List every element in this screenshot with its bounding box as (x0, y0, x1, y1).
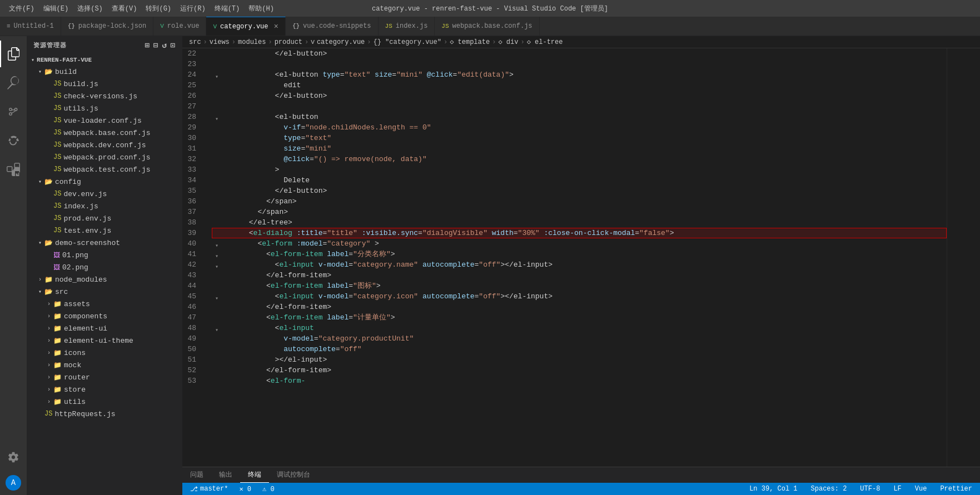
sidebar-item-webpack-prod-conf-js[interactable]: JSwebpack.prod.conf.js (27, 151, 182, 163)
sidebar-item-assets[interactable]: 📁assets (27, 298, 182, 310)
activity-source-control[interactable] (0, 98, 27, 125)
sidebar-item-utils-js[interactable]: JSutils.js (27, 102, 182, 114)
fold-arrow[interactable] (44, 313, 53, 319)
tab-category-close[interactable]: × (274, 23, 278, 31)
menu-file[interactable]: 文件(F) (4, 4, 39, 13)
root-folder[interactable]: ▾ RENREN-FAST-VUE (27, 54, 182, 66)
sidebar-item-src[interactable]: 📂src (27, 286, 182, 298)
collapse-all-icon[interactable]: ⊡ (171, 41, 176, 50)
sidebar-item-webpack-base-conf-js[interactable]: JSwebpack.base.conf.js (27, 127, 182, 139)
sidebar-item-config[interactable]: 📂config (27, 176, 182, 188)
sidebar-item-dev-env-js[interactable]: JSdev.env.js (27, 188, 182, 200)
status-language[interactable]: Vue (912, 483, 931, 495)
fold-arrow[interactable] (36, 277, 44, 283)
panel-tab-output[interactable]: 输出 (211, 467, 240, 483)
tab-vue-snippets[interactable]: {} vue.code-snippets (286, 17, 379, 36)
sidebar-item-check-versions-js[interactable]: JScheck-versions.js (27, 90, 182, 102)
status-formatter[interactable]: Prettier (937, 483, 976, 495)
status-errors[interactable]: ✕ 0 (236, 483, 255, 495)
sidebar-item-webpack-test-conf-js[interactable]: JSwebpack.test.conf.js (27, 163, 182, 176)
status-encoding[interactable]: UTF-8 (857, 483, 883, 495)
sidebar-item-store[interactable]: 📁store (27, 383, 182, 396)
code-area[interactable]: </el-button>▾ <el-button type="text" siz… (207, 48, 947, 467)
code-line-33[interactable]: > (212, 164, 947, 175)
code-line-40[interactable]: ▾ <el-form :model="category" > (212, 238, 947, 249)
sidebar-item-webpack-dev-conf-js[interactable]: JSwebpack.dev.conf.js (27, 139, 182, 151)
sidebar-item-element-ui[interactable]: 📁element-ui (27, 322, 182, 334)
fold-arrow[interactable] (44, 301, 53, 307)
sidebar-item-element-ui-theme[interactable]: 📁element-ui-theme (27, 334, 182, 347)
code-line-43[interactable]: </el-form-item> (212, 270, 947, 281)
sidebar-item-vue-loader-conf-js[interactable]: JSvue-loader.conf.js (27, 114, 182, 127)
code-line-36[interactable]: </span> (212, 196, 947, 207)
code-line-47[interactable]: <el-form-item label="计量单位"> (212, 312, 947, 323)
fold-arrow[interactable] (44, 387, 53, 393)
code-line-32[interactable]: @click="() => remove(node, data)" (212, 154, 947, 164)
code-line-29[interactable]: v-if="node.childNodes.length == 0" (212, 122, 947, 133)
code-line-39[interactable]: <el-dialog :title="title" :visible.sync=… (212, 228, 947, 238)
new-file-icon[interactable]: ⊞ (145, 41, 150, 50)
code-line-30[interactable]: type="text" (212, 133, 947, 143)
tab-category[interactable]: V category.vue × (206, 17, 285, 36)
code-line-34[interactable]: Delete (212, 175, 947, 186)
new-folder-icon[interactable]: ⊟ (153, 41, 158, 50)
tab-webpack-base[interactable]: JS webpack.base.conf.js (435, 17, 539, 36)
code-line-24[interactable]: ▾ <el-button type="text" size="mini" @cl… (212, 69, 947, 80)
sidebar-item-utils[interactable]: 📁utils (27, 396, 182, 408)
code-line-41[interactable]: ▾ <el-form-item label="分类名称"> (212, 249, 947, 259)
sidebar-item-prod-env-js[interactable]: JSprod.env.js (27, 212, 182, 224)
code-line-50[interactable]: autocomplete="off" (212, 344, 947, 354)
sidebar-item-mock[interactable]: 📁mock (27, 359, 182, 371)
sidebar-item-02-png[interactable]: 🖼02.png (27, 261, 182, 273)
code-line-48[interactable]: ▾ <el-input (212, 323, 947, 333)
tab-package-lock[interactable]: {} package-lock.json (61, 17, 154, 36)
sidebar-item-components[interactable]: 📁components (27, 310, 182, 322)
code-line-49[interactable]: v-model="category.productUnit" (212, 333, 947, 344)
sidebar-item-icons[interactable]: 📁icons (27, 347, 182, 359)
fold-arrow[interactable] (36, 288, 44, 295)
code-line-51[interactable]: ></el-input> (212, 354, 947, 365)
menu-edit[interactable]: 编辑(E) (39, 4, 73, 13)
menu-goto[interactable]: 转到(G) (141, 4, 176, 13)
code-line-45[interactable]: ▾ <el-input v-model="category.icon" auto… (212, 291, 947, 302)
sidebar-item-demo-screenshot[interactable]: 📂demo-screenshot (27, 237, 182, 249)
fold-arrow[interactable] (44, 399, 53, 405)
sidebar-item-build-js[interactable]: JSbuild.js (27, 78, 182, 90)
menu-run[interactable]: 运行(R) (176, 4, 210, 13)
code-line-23[interactable] (212, 59, 947, 69)
code-line-52[interactable]: </el-form-item> (212, 365, 947, 376)
sidebar-item-router[interactable]: 📁router (27, 371, 182, 383)
fold-arrow[interactable] (44, 362, 53, 368)
code-line-38[interactable]: </el-tree> (212, 217, 947, 228)
code-line-26[interactable]: </el-button> (212, 91, 947, 101)
activity-explorer[interactable] (0, 41, 27, 67)
code-line-44[interactable]: <el-form-item label="图标"> (212, 281, 947, 291)
status-ln-col[interactable]: Ln 39, Col 1 (746, 483, 800, 495)
code-line-28[interactable]: ▾ <el-button (212, 112, 947, 122)
activity-search[interactable] (0, 69, 27, 96)
titlebar-menu[interactable]: 文件(F) 编辑(E) 选择(S) 查看(V) 转到(G) 运行(R) 终端(T… (4, 4, 278, 13)
code-line-42[interactable]: ▾ <el-input v-model="category.name" auto… (212, 259, 947, 270)
user-avatar[interactable]: A (6, 475, 21, 491)
sidebar-item-01-png[interactable]: 🖼01.png (27, 249, 182, 261)
code-line-46[interactable]: </el-form-item> (212, 302, 947, 312)
status-branch[interactable]: ⎇ master* (187, 483, 231, 495)
fold-arrow[interactable] (44, 338, 53, 344)
minimap[interactable] (947, 48, 980, 467)
menu-help[interactable]: 帮助(H) (244, 4, 278, 13)
code-line-25[interactable]: edit (212, 80, 947, 91)
panel-tab-terminal[interactable]: 终端 (240, 467, 269, 483)
fold-arrow[interactable] (36, 178, 44, 185)
menu-select[interactable]: 选择(S) (73, 4, 107, 13)
sidebar-item-index-js[interactable]: JSindex.js (27, 200, 182, 212)
status-spaces[interactable]: Spaces: 2 (808, 483, 850, 495)
fold-arrow[interactable] (44, 374, 53, 381)
sidebar-item-test-env-js[interactable]: JStest.env.js (27, 224, 182, 237)
code-line-53[interactable]: <el-form- (212, 376, 947, 386)
sidebar-item-node-modules[interactable]: 📁node_modules (27, 273, 182, 286)
fold-arrow[interactable] (36, 239, 44, 246)
activity-settings[interactable] (0, 444, 27, 471)
code-line-31[interactable]: size="mini" (212, 143, 947, 154)
status-eol[interactable]: LF (890, 483, 904, 495)
activity-debug[interactable] (0, 127, 27, 154)
